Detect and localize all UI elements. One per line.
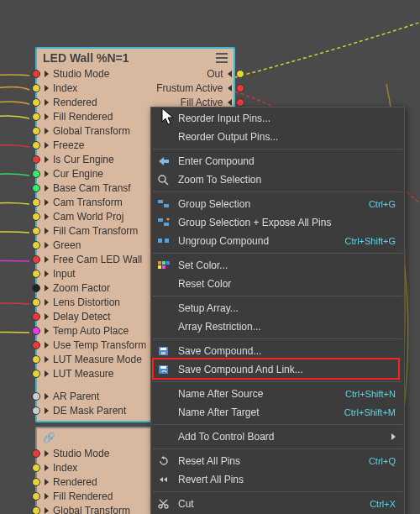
- menu-item-ungroup-compound[interactable]: Ungroup CompoundCtrl+Shift+G: [151, 232, 404, 250]
- output-pin[interactable]: Frustum Active: [151, 81, 239, 95]
- pin-connector-icon[interactable]: [32, 370, 40, 378]
- menu-item-array-restriction[interactable]: Array Restriction...: [151, 317, 404, 336]
- input-pin[interactable]: Cur Engine: [37, 166, 151, 181]
- menu-item-revert-all-pins[interactable]: Revert All Pins: [151, 470, 404, 489]
- pin-connector-icon[interactable]: [32, 255, 40, 264]
- menu-item-group-selection-expose-all-pins[interactable]: Group Selection + Expose All Pins: [151, 213, 404, 232]
- pin-connector-icon[interactable]: [32, 464, 40, 472]
- menu-item-name-after-target[interactable]: Name After TargetCtrl+Shift+M: [151, 403, 404, 422]
- input-pin[interactable]: LUT Measure: [37, 366, 151, 380]
- pin-connector-icon[interactable]: [32, 98, 40, 107]
- pin-connector-icon[interactable]: [32, 312, 40, 321]
- menu-item-set-color[interactable]: Set Color...: [151, 256, 404, 275]
- menu-separator: [153, 191, 402, 192]
- input-pin[interactable]: Temp Auto Place: [37, 323, 151, 338]
- input-pin[interactable]: Cam Transform: [37, 195, 151, 209]
- input-pin[interactable]: DE Mask Parent: [37, 403, 151, 417]
- node-title: LED Wall %N=1: [43, 51, 129, 65]
- menu-item-group-selection[interactable]: Group SelectionCtrl+G: [151, 195, 404, 213]
- input-pin[interactable]: AR Parent: [37, 389, 151, 403]
- menu-item-add-to-control-board[interactable]: Add To Control Board: [151, 427, 404, 446]
- pin-connector-icon[interactable]: [32, 341, 40, 349]
- svg-rect-9: [158, 261, 161, 265]
- menu-item-enter-compound[interactable]: Enter Compound: [151, 152, 404, 170]
- pin-connector-icon[interactable]: [32, 70, 40, 78]
- input-pin[interactable]: Cam World Proj: [37, 209, 151, 223]
- group2-icon: [156, 216, 171, 229]
- input-pin[interactable]: Green: [37, 238, 151, 252]
- pin-connector-icon[interactable]: [32, 449, 40, 458]
- blank-icon: [156, 387, 171, 401]
- pin-arrow-icon: [45, 464, 49, 471]
- menu-item-save-compound-and-link[interactable]: Save Compound And Link...: [151, 360, 404, 379]
- pin-connector-icon[interactable]: [32, 113, 40, 121]
- pin-connector-icon[interactable]: [32, 198, 40, 207]
- pin-arrow-icon: [228, 85, 232, 92]
- input-pin[interactable]: Rendered: [37, 95, 151, 109]
- pin-label: Cam Transform: [53, 197, 123, 208]
- menu-item-reorder-output-pins[interactable]: Reorder Output Pins...: [151, 128, 404, 146]
- input-pin[interactable]: Index: [37, 81, 151, 95]
- pin-connector-icon[interactable]: [236, 98, 244, 107]
- cut-icon: [156, 497, 171, 511]
- pin-connector-icon[interactable]: [32, 284, 40, 292]
- input-pin[interactable]: Delay Detect: [37, 309, 151, 323]
- input-pin[interactable]: Base Cam Transf: [37, 181, 151, 195]
- pin-connector-icon[interactable]: [32, 141, 40, 149]
- pin-connector-icon[interactable]: [236, 84, 244, 92]
- pin-connector-icon[interactable]: [32, 492, 40, 501]
- link-icon: 🔗: [43, 432, 55, 443]
- pin-connector-icon[interactable]: [32, 241, 40, 249]
- menu-item-reset-color[interactable]: Reset Color: [151, 275, 404, 293]
- input-pin[interactable]: Fill Cam Transform: [37, 223, 151, 238]
- pin-connector-icon[interactable]: [32, 84, 40, 92]
- output-pin[interactable]: Out: [202, 66, 239, 81]
- menu-item-cut[interactable]: CutCtrl+X: [151, 495, 404, 513]
- input-pin[interactable]: Input: [37, 266, 151, 281]
- pin-connector-icon[interactable]: [32, 478, 40, 486]
- menu-item-setup-array[interactable]: Setup Array...: [151, 299, 404, 317]
- input-pin[interactable]: LUT Measure Mode: [37, 352, 151, 366]
- menu-separator: [153, 424, 402, 425]
- pin-arrow-icon: [228, 99, 232, 106]
- pin-label: LUT Measure Mode: [53, 354, 142, 365]
- menu-item-name-after-source[interactable]: Name After SourceCtrl+Shift+N: [151, 385, 404, 403]
- svg-point-0: [159, 176, 165, 182]
- pin-connector-icon[interactable]: [32, 184, 40, 192]
- pin-connector-icon[interactable]: [32, 270, 40, 278]
- pin-connector-icon[interactable]: [32, 212, 40, 221]
- pin-connector-icon[interactable]: [32, 355, 40, 364]
- input-pin[interactable]: Lens Distortion: [37, 295, 151, 309]
- revert-icon: [156, 473, 171, 486]
- input-pin[interactable]: Studio Mode: [37, 66, 151, 81]
- pin-connector-icon[interactable]: [32, 506, 40, 515]
- input-pin[interactable]: Free Cam LED Wall: [37, 252, 151, 266]
- input-pin[interactable]: Freeze: [37, 138, 151, 152]
- node-header[interactable]: LED Wall %N=1: [37, 49, 234, 66]
- context-menu[interactable]: Reorder Input Pins...Reorder Output Pins…: [150, 107, 405, 514]
- input-pin[interactable]: Use Temp Transform: [37, 338, 151, 352]
- input-pin[interactable]: Fill Rendered: [37, 109, 151, 123]
- pin-connector-icon[interactable]: [32, 406, 40, 415]
- pin-label: Delay Detect: [53, 311, 111, 323]
- pin-connector-icon[interactable]: [32, 127, 40, 135]
- menu-item-save-compound[interactable]: Save Compound...: [151, 342, 404, 360]
- pin-connector-icon[interactable]: [32, 327, 40, 335]
- pin-label: Global Transform: [53, 125, 130, 137]
- menu-item-reset-all-pins[interactable]: Reset All PinsCtrl+Q: [151, 452, 404, 470]
- blank-icon: [156, 112, 171, 125]
- menu-item-zoom-to-selection[interactable]: Zoom To Selection: [151, 170, 404, 189]
- input-pin[interactable]: Is Cur Engine: [37, 152, 151, 166]
- input-pin[interactable]: Zoom Factor: [37, 281, 151, 295]
- pin-connector-icon[interactable]: [32, 392, 40, 401]
- pin-connector-icon[interactable]: [32, 155, 40, 164]
- pin-label: LUT Measure: [53, 368, 113, 380]
- pin-connector-icon[interactable]: [32, 170, 40, 178]
- pin-connector-icon[interactable]: [32, 227, 40, 235]
- node-menu-icon[interactable]: [216, 53, 228, 63]
- menu-item-reorder-input-pins[interactable]: Reorder Input Pins...: [151, 109, 404, 128]
- pin-connector-icon[interactable]: [32, 298, 40, 307]
- pin-arrow-icon: [45, 393, 49, 400]
- input-pin[interactable]: Global Transform: [37, 123, 151, 138]
- pin-connector-icon[interactable]: [236, 70, 244, 78]
